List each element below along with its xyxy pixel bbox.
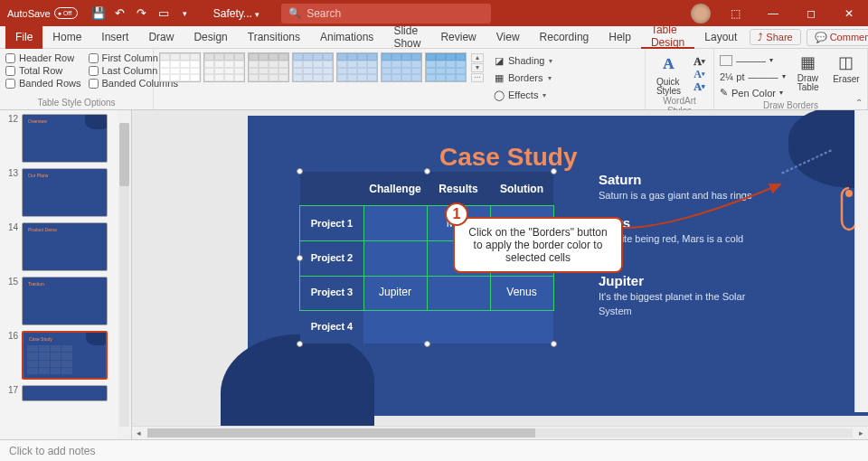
minimize-icon[interactable]: — xyxy=(754,0,792,26)
tab-file[interactable]: File xyxy=(5,26,42,49)
table-cell[interactable] xyxy=(490,309,553,343)
shading-button[interactable]: ◪Shading▾ xyxy=(493,52,552,69)
tab-design[interactable]: Design xyxy=(184,26,237,49)
tab-transitions[interactable]: Transitions xyxy=(238,26,310,49)
tab-review[interactable]: Review xyxy=(430,26,486,49)
table-style-gallery[interactable]: ▴▾⋯ xyxy=(159,52,484,82)
table-style-swatch[interactable] xyxy=(248,52,289,82)
selection-handle[interactable] xyxy=(297,255,303,261)
gallery-more-icon[interactable]: ▴▾⋯ xyxy=(471,53,484,82)
start-slideshow-icon[interactable]: ▭ xyxy=(154,4,174,24)
close-icon[interactable]: ✕ xyxy=(830,0,868,26)
effects-button[interactable]: ◯Effects▾ xyxy=(493,87,552,103)
tab-insert[interactable]: Insert xyxy=(91,26,138,49)
table-style-swatch[interactable] xyxy=(425,52,467,82)
qat-more-icon[interactable]: ▾ xyxy=(175,4,195,24)
slide-vscrollbar[interactable] xyxy=(854,110,868,412)
tab-table-design[interactable]: Table Design xyxy=(641,26,694,49)
selection-handle[interactable] xyxy=(551,341,557,347)
selection-handle[interactable] xyxy=(424,168,430,174)
table-header[interactable]: Results xyxy=(427,172,490,206)
table-cell[interactable]: Project 2 xyxy=(300,240,363,275)
text-fill-icon[interactable]: A▾ xyxy=(692,56,708,68)
tab-recording[interactable]: Recording xyxy=(530,26,599,49)
slide-thumb[interactable]: 13Our Plans xyxy=(5,168,126,217)
text-outline-icon[interactable]: A▾ xyxy=(692,69,708,80)
comments-button[interactable]: 💬Comments xyxy=(807,29,868,46)
borders-button[interactable]: ▦Borders▾ xyxy=(493,70,552,86)
tab-home[interactable]: Home xyxy=(42,26,91,49)
tab-draw[interactable]: Draw xyxy=(138,26,184,49)
share-button[interactable]: ⤴Share xyxy=(750,29,800,45)
check-header-row[interactable]: Header Row xyxy=(5,52,81,63)
redo-icon[interactable]: ↷ xyxy=(132,4,152,24)
eraser-button[interactable]: ◫Eraser xyxy=(831,52,862,84)
check-banded-rows[interactable]: Banded Rows xyxy=(5,78,81,89)
table-style-swatch[interactable] xyxy=(336,52,378,82)
table-style-swatch[interactable] xyxy=(159,52,201,82)
svg-point-0 xyxy=(845,190,853,197)
table-cell[interactable]: Project 3 xyxy=(300,275,363,309)
slide-thumbnail-panel: 12Overview 13Our Plans 14Product Demo 15… xyxy=(0,110,132,439)
table-cell[interactable] xyxy=(427,275,490,309)
ribbon-tabs: File Home Insert Draw Design Transitions… xyxy=(0,26,868,49)
slide-thumb[interactable]: 17 xyxy=(5,385,126,401)
pen-weight-dropdown[interactable]: 2¼ pt ———▾ xyxy=(720,69,786,84)
side-paragraph: Despite being red, Mars is a cold place xyxy=(599,232,761,260)
table-style-swatch[interactable] xyxy=(381,52,422,82)
table-cell[interactable]: Jupiter xyxy=(363,275,427,309)
maximize-icon[interactable]: ◻ xyxy=(792,0,830,26)
tab-view[interactable]: View xyxy=(486,26,530,49)
table-cell[interactable]: Venus xyxy=(490,275,553,309)
search-box[interactable]: 🔍 Search xyxy=(281,4,490,24)
slide-thumb[interactable]: 15Traction xyxy=(5,277,126,325)
notes-pane[interactable]: Click to add notes xyxy=(0,439,868,461)
table-style-swatch[interactable] xyxy=(203,52,245,82)
search-icon: 🔍 xyxy=(288,7,301,19)
table-style-swatch[interactable] xyxy=(292,52,334,82)
table-cell[interactable] xyxy=(363,309,427,343)
table-cell[interactable] xyxy=(427,309,490,343)
slide-thumb[interactable]: 16Case Study xyxy=(5,331,126,380)
shading-icon: ◪ xyxy=(493,54,505,67)
save-icon[interactable]: 💾 xyxy=(89,4,108,24)
eraser-icon: ◫ xyxy=(836,52,856,72)
tab-animations[interactable]: Animations xyxy=(310,26,383,49)
collapse-ribbon-icon[interactable]: ⌃ xyxy=(855,98,863,108)
table-header[interactable]: Solution xyxy=(490,172,553,206)
table-header[interactable] xyxy=(300,172,363,206)
pen-color-dropdown[interactable]: ✎Pen Color▾ xyxy=(720,85,786,100)
text-effects-icon[interactable]: A▾ xyxy=(692,81,708,93)
selection-handle[interactable] xyxy=(297,341,303,347)
table-cell[interactable]: Project 1 xyxy=(300,206,363,240)
user-avatar[interactable] xyxy=(691,4,711,24)
selection-handle[interactable] xyxy=(551,168,557,174)
ribbon: Header Row First Column Total Row Last C… xyxy=(0,49,868,110)
table-cell[interactable]: Project 4 xyxy=(300,309,363,343)
draw-table-button[interactable]: ▦Draw Table xyxy=(793,52,824,92)
table-cell[interactable] xyxy=(363,240,427,275)
quick-styles-button[interactable]: A Quick Styles xyxy=(652,52,686,96)
document-name[interactable]: Safety... ▾ xyxy=(199,7,274,20)
undo-icon[interactable]: ↶ xyxy=(110,4,130,24)
slide-title[interactable]: Case Study xyxy=(439,143,578,172)
table-header[interactable]: Challenge xyxy=(363,172,427,206)
instruction-callout: Click on the "Borders" button to apply t… xyxy=(453,217,623,273)
wordart-preview-icon: A xyxy=(657,52,681,76)
table-cell[interactable] xyxy=(363,206,427,240)
tab-layout[interactable]: Layout xyxy=(694,26,747,49)
tab-slideshow[interactable]: Slide Show xyxy=(383,26,430,49)
slide-hscrollbar[interactable]: ◂▸ xyxy=(132,426,868,439)
pen-style-dropdown[interactable]: ———▾ xyxy=(720,52,786,68)
selection-handle[interactable] xyxy=(424,341,430,347)
slide-thumb[interactable]: 14Product Demo xyxy=(5,222,126,271)
autosave-toggle[interactable]: AutoSave ● Off xyxy=(0,7,85,19)
slide-thumb[interactable]: 12Overview xyxy=(5,114,126,163)
selection-handle[interactable] xyxy=(297,168,303,174)
tab-help[interactable]: Help xyxy=(599,26,641,49)
ribbon-display-icon[interactable]: ⬚ xyxy=(716,0,754,26)
check-total-row[interactable]: Total Row xyxy=(5,65,81,76)
thumb-scrollbar[interactable] xyxy=(118,110,131,439)
notes-placeholder: Click to add notes xyxy=(9,445,95,457)
group-draw-borders: ———▾ 2¼ pt ———▾ ✎Pen Color▾ ▦Draw Table … xyxy=(714,49,868,109)
